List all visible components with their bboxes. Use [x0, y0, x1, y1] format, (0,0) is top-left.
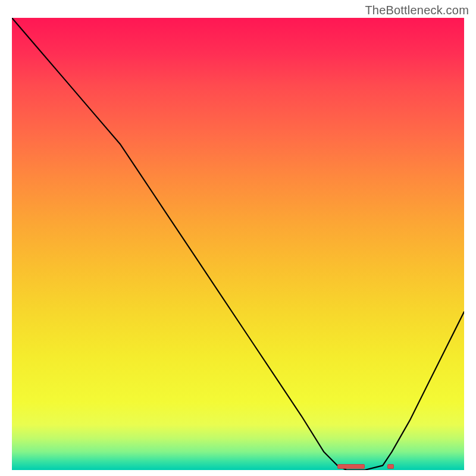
bottleneck-curve-path	[12, 18, 464, 470]
chart-curve-svg	[12, 18, 464, 470]
min-point-b	[387, 464, 394, 469]
chart-plot-area	[12, 18, 464, 470]
min-segment-a	[337, 464, 365, 469]
watermark-text: TheBottleneck.com	[365, 4, 469, 17]
